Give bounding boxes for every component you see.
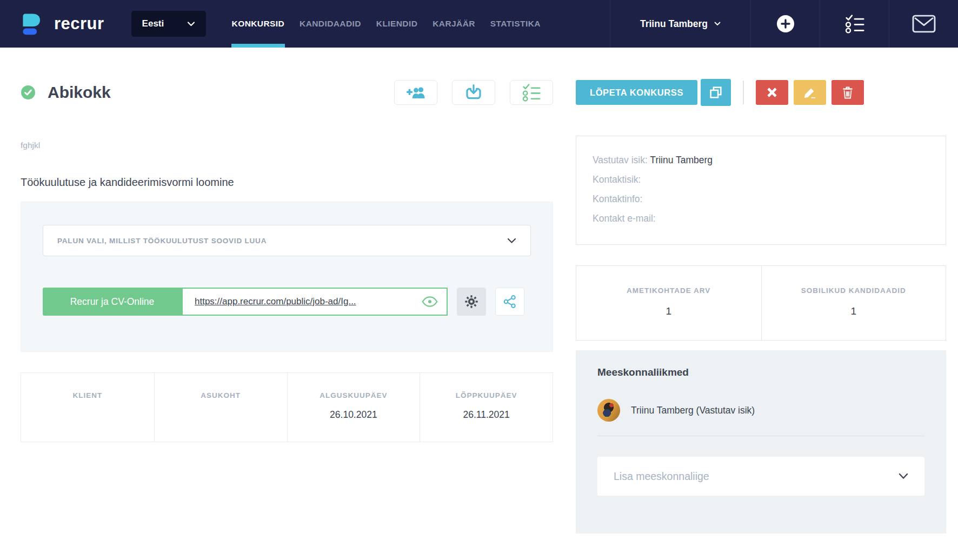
job-ad-panel: PALUN VALI, MILLIST TÖÖKUULUTUST SOOVID … [21, 202, 553, 352]
competition-header: Abikokk [21, 79, 946, 106]
avatar [597, 399, 620, 422]
tasks-button[interactable] [820, 0, 889, 48]
competition-details-table: KLIENT ASUKOHT ALGUSKUUPÄEV 26.10.2021 L… [21, 372, 553, 442]
table-cell-klient: KLIENT [21, 373, 154, 442]
duplicate-button[interactable] [701, 79, 731, 106]
divider [743, 81, 744, 104]
contact-person-line: Kontaktisik: [593, 170, 929, 189]
nav-item-statistika[interactable]: STATISTIKA [483, 0, 548, 48]
right-column: Vastutav isik: Triinu Tamberg Kontaktisi… [576, 106, 946, 534]
settings-button[interactable] [457, 288, 486, 316]
pencil-icon [803, 86, 816, 99]
trash-icon [841, 85, 854, 99]
contact-email-line: Kontakt e-mail: [593, 209, 929, 228]
header-actions: LÕPETA KONKURSS [576, 79, 946, 106]
finish-competition-button[interactable]: LÕPETA KONKURSS [576, 80, 697, 105]
stats-row: AMETIKOHTADE ARV 1 SOBILIKUD KANDIDAADID… [576, 265, 946, 341]
share-icon [503, 295, 517, 309]
recrur-logo-icon [21, 11, 46, 37]
language-select[interactable]: Eesti [131, 11, 206, 37]
export-button[interactable] [452, 80, 495, 105]
task-list-icon [844, 14, 865, 34]
brand[interactable]: recrur [0, 0, 104, 48]
stat-positions-value: 1 [582, 305, 756, 317]
contact-info-line: Kontaktinfo: [593, 189, 929, 209]
user-menu[interactable]: Triinu Tamberg [610, 0, 750, 48]
team-panel: Meeskonnaliikmed Triinu Tamberg (Vastuta… [576, 350, 946, 534]
job-ad-section-title: Töökuulutuse ja kandideerimisvormi loomi… [21, 176, 553, 189]
nav-item-kliendid[interactable]: KLIENDID [369, 0, 425, 48]
add-candidates-button[interactable] [394, 80, 437, 105]
copy-icon [708, 85, 723, 100]
nav-item-karjaar[interactable]: KARJÄÄR [425, 0, 483, 48]
team-member-name: Triinu Tamberg (Vastutav isik) [631, 405, 755, 416]
edit-button[interactable] [794, 80, 826, 105]
job-ad-type-placeholder: PALUN VALI, MILLIST TÖÖKUULUTUST SOOVID … [57, 237, 267, 245]
chevron-down-icon [187, 21, 195, 26]
page-title: Abikokk [48, 83, 111, 102]
messages-button[interactable] [889, 0, 958, 48]
stat-suitable-candidates-value: 1 [767, 305, 941, 317]
header-left: Abikokk [21, 80, 553, 105]
stat-positions: AMETIKOHTADE ARV 1 [576, 266, 761, 340]
team-member-row[interactable]: Triinu Tamberg (Vastutav isik) [597, 399, 924, 422]
checklist-button[interactable] [510, 80, 553, 105]
envelope-icon [912, 15, 936, 33]
add-button[interactable] [750, 0, 820, 48]
job-ad-url-box: https://app.recrur.com/public/job-ad/Ig.… [182, 288, 448, 316]
gear-icon [464, 295, 478, 309]
channel-tag: Recrur ja CV-Online [43, 288, 182, 316]
add-team-member-placeholder: Lisa meeskonnaliige [614, 470, 709, 483]
table-cell-asukoht: ASUKOHT [154, 373, 287, 442]
responsible-person-line: Vastutav isik: Triinu Tamberg [593, 150, 929, 170]
plus-circle-icon [776, 14, 795, 34]
logo-text: recrur [54, 14, 104, 34]
header-icon-buttons [394, 80, 553, 105]
job-ad-type-select[interactable]: PALUN VALI, MILLIST TÖÖKUULUTUST SOOVID … [43, 225, 531, 256]
table-cell-loppkuupaev: LÕPPKUUPÄEV 26.11.2021 [420, 373, 553, 442]
page-content: Abikokk [0, 79, 958, 548]
close-icon [766, 86, 778, 98]
left-column: fghjkl Töökuulutuse ja kandideerimisvorm… [21, 106, 553, 442]
contact-card: Vastutav isik: Triinu Tamberg Kontaktisi… [576, 136, 946, 245]
job-ad-url-link[interactable]: https://app.recrur.com/public/job-ad/Ig.… [195, 296, 422, 307]
competition-note: fghjkl [21, 141, 553, 150]
share-button[interactable] [495, 288, 524, 316]
check-circle-icon [21, 85, 36, 100]
top-navbar: recrur Eesti KONKURSID KANDIDAADID KLIEN… [0, 0, 958, 48]
responsible-person-value: Triinu Tamberg [650, 155, 713, 165]
delete-button[interactable] [831, 80, 864, 105]
main-nav: KONKURSID KANDIDAADID KLIENDID KARJÄÄR S… [224, 0, 548, 48]
nav-item-konkursid[interactable]: KONKURSID [224, 0, 292, 48]
team-title: Meeskonnaliikmed [597, 366, 924, 378]
stat-suitable-candidates: SOBILIKUD KANDIDAADID 1 [761, 266, 946, 340]
chevron-down-icon [507, 238, 516, 244]
export-icon [464, 84, 483, 101]
language-label: Eesti [142, 18, 164, 29]
nav-item-kandidaadid[interactable]: KANDIDAADID [292, 0, 369, 48]
navbar-right: Triinu Tamberg [610, 0, 958, 48]
divider [597, 436, 924, 436]
eye-icon[interactable] [422, 296, 438, 308]
cancel-button[interactable] [756, 80, 788, 105]
add-team-member-select[interactable]: Lisa meeskonnaliige [597, 457, 924, 496]
chevron-down-icon [899, 473, 908, 479]
user-name: Triinu Tamberg [640, 18, 708, 30]
chevron-down-icon [714, 22, 721, 26]
checklist-icon [522, 83, 541, 102]
add-candidates-icon [406, 85, 425, 99]
publish-channel-row: Recrur ja CV-Online https://app.recrur.c… [43, 288, 531, 316]
table-cell-alguskuupaev: ALGUSKUUPÄEV 26.10.2021 [287, 373, 420, 442]
